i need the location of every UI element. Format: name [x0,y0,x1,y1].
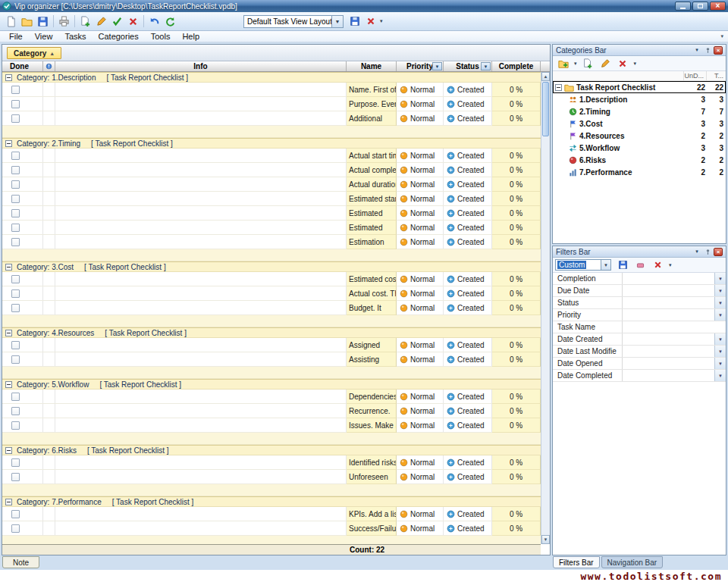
scroll-up-icon[interactable]: ▲ [541,72,550,81]
panel-menu-icon[interactable]: ▾ [692,248,701,256]
category-tree-item[interactable]: 3.Cost33 [553,117,726,130]
delete-category-icon[interactable] [615,56,631,71]
chevron-down-icon[interactable]: ▾ [573,61,579,67]
category-group-header[interactable]: Category: 5.Workflow[ Task Report Checkl… [2,379,541,390]
done-checkbox[interactable] [11,152,20,160]
categories-overflow-icon[interactable]: ▾ [632,61,639,67]
task-row[interactable]: Actual cost. ThisNormalCreated0 % [2,286,541,301]
done-checkbox[interactable] [11,473,20,481]
delete-layout-icon[interactable] [362,14,378,29]
vertical-scrollbar[interactable]: ▲ ▼ [541,72,550,544]
filter-value[interactable]: ▼ [623,309,726,321]
task-row[interactable]: Purpose. EveryNormalCreated0 % [2,97,541,111]
done-checkbox[interactable] [11,458,20,467]
menu-overflow-icon[interactable]: ▾ [720,33,728,39]
filter-value[interactable]: ▼ [623,273,726,284]
category-group-header[interactable]: Category: 1.Description[ Task Report Che… [2,72,541,83]
edit-category-icon[interactable] [598,56,613,71]
task-row[interactable]: EstimatedNormalCreated0 % [2,206,541,221]
task-row[interactable]: Estimated cost. ItNormalCreated0 % [2,272,541,286]
add-category-icon[interactable] [555,56,571,71]
category-tree-item[interactable]: 4.Resources22 [553,130,726,142]
category-tree-root[interactable]: Task Report Checklist2222 [553,81,726,93]
column-header-total[interactable]: T... [706,71,726,80]
collapse-icon[interactable] [5,447,12,454]
done-checkbox[interactable] [11,510,20,518]
task-row[interactable]: AssistingNormalCreated0 % [2,352,541,367]
new-task-icon[interactable] [77,14,93,29]
filter-preset-combobox[interactable]: Custom ▼ [555,259,611,271]
dropdown-arrow-icon[interactable]: ▼ [714,333,726,345]
done-checkbox[interactable] [11,524,20,533]
task-row[interactable]: Recurrence.NormalCreated0 % [2,404,541,418]
status-filter-icon[interactable]: ▼ [481,62,491,70]
edit-task-icon[interactable] [93,14,109,29]
close-panel-icon[interactable]: × [714,46,723,55]
scrollbar-thumb[interactable] [542,82,549,136]
dropdown-arrow-icon[interactable]: ▼ [714,285,726,296]
save-layout-icon[interactable] [347,14,362,29]
tab-note[interactable]: Note [2,556,39,568]
toolbar-overflow-icon[interactable]: ▾ [378,18,384,24]
close-panel-icon[interactable]: × [714,248,723,256]
menu-help[interactable]: Help [176,31,206,42]
filters-overflow-icon[interactable]: ▾ [667,262,673,268]
filter-value[interactable]: ▼ [623,285,726,296]
task-row[interactable]: AssignedNormalCreated0 % [2,338,541,352]
task-row[interactable]: AdditionalNormalCreated0 % [2,111,541,126]
open-database-icon[interactable] [19,14,35,29]
collapse-icon[interactable] [5,264,12,271]
task-row[interactable]: EstimatedNormalCreated0 % [2,221,541,235]
delete-filter-icon[interactable] [650,258,666,273]
task-row[interactable]: Issues. Make aNormalCreated0 % [2,418,541,433]
collapse-icon[interactable] [5,74,12,81]
done-checkbox[interactable] [11,407,20,415]
category-tree-item[interactable]: 1.Description33 [553,93,726,105]
print-icon[interactable] [56,14,72,29]
group-by-category-tab[interactable]: Category ▲ [7,47,61,59]
done-checkbox[interactable] [11,238,20,246]
tab-navigation-bar[interactable]: Navigation Bar [601,556,664,568]
collapse-icon[interactable] [5,330,12,336]
column-header-complete[interactable]: Complete [492,61,541,71]
category-tree-item[interactable]: 2.Timing77 [553,105,726,117]
task-row[interactable]: Actual duration.NormalCreated0 % [2,177,541,192]
filter-value[interactable]: ▼ [623,346,726,357]
done-checkbox[interactable] [11,224,20,232]
task-row[interactable]: Estimated startNormalCreated0 % [2,192,541,206]
menu-categories[interactable]: Categories [93,31,145,42]
menu-file[interactable]: File [3,31,29,42]
add-subcategory-icon[interactable] [580,56,596,71]
delete-task-icon[interactable] [125,14,141,29]
column-header-done[interactable]: Done [2,61,43,71]
done-checkbox[interactable] [11,209,20,217]
undo-icon[interactable] [146,14,162,29]
collapse-icon[interactable] [5,381,12,388]
minimize-button[interactable] [675,2,691,11]
priority-filter-icon[interactable]: ▼ [432,62,442,70]
tab-filters-bar[interactable]: Filters Bar [553,556,600,568]
menu-tools[interactable]: Tools [145,31,177,42]
task-row[interactable]: Dependencies. IfNormalCreated0 % [2,390,541,404]
task-row[interactable]: Actual start time.NormalCreated0 % [2,149,541,163]
filter-value[interactable]: ▼ [623,297,726,308]
save-filter-icon[interactable] [615,258,631,273]
close-button[interactable]: × [710,2,726,11]
done-checkbox[interactable] [11,275,20,283]
task-row[interactable]: EstimationNormalCreated0 % [2,235,541,249]
task-row[interactable]: Budget. ItNormalCreated0 % [2,301,541,315]
pin-icon[interactable] [703,46,712,55]
filter-value[interactable]: ▼ [623,333,726,345]
task-row[interactable]: Name. First of all,NormalCreated0 % [2,83,541,97]
dropdown-arrow-icon[interactable]: ▼ [714,358,726,369]
done-checkbox[interactable] [11,289,20,298]
done-checkbox[interactable] [11,180,20,189]
scroll-down-icon[interactable]: ▼ [541,535,550,544]
refresh-icon[interactable] [162,14,178,29]
task-row[interactable]: Actual completionNormalCreated0 % [2,163,541,177]
clear-filter-icon[interactable] [632,258,648,273]
done-checkbox[interactable] [11,355,20,364]
column-header-priority[interactable]: Priority ▼ [397,61,444,71]
complete-task-icon[interactable] [109,14,125,29]
menu-tasks[interactable]: Tasks [58,31,92,42]
